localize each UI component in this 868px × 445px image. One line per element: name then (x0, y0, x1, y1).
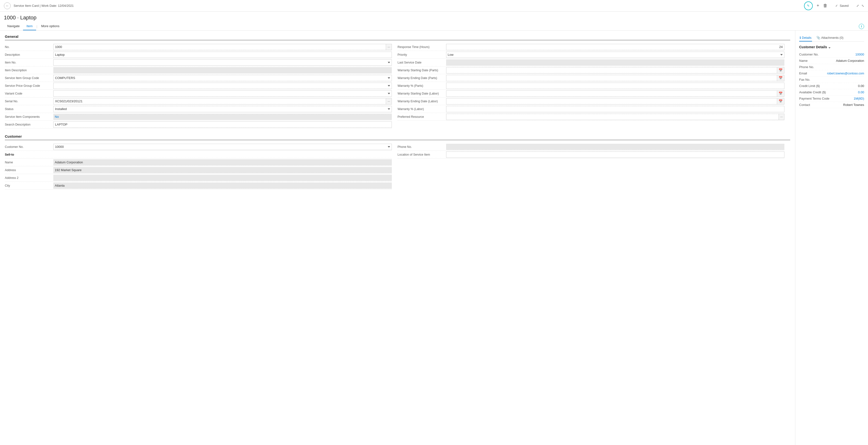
label-service-item-components: Service Item Components (5, 115, 53, 119)
input-warranty-pct-labor[interactable] (446, 106, 785, 112)
edit-button[interactable]: ✎ (804, 1, 813, 10)
calendar-btn-warranty-start-labor[interactable]: 📅 (777, 90, 784, 97)
details-icon: ℹ (800, 36, 801, 39)
general-section: General No. ··· Description (5, 34, 790, 128)
input-last-service-date (446, 59, 785, 66)
nav-tabs: Navigate Item | More options i (0, 21, 868, 31)
expand-icons[interactable]: ⤢ ⤡ (856, 4, 864, 7)
tab-more-options[interactable]: More options (38, 22, 63, 30)
sidebar-label-phone: Phone No. (799, 65, 814, 69)
label-warranty-start-labor: Warranty Starting Date (Labor) (398, 92, 446, 95)
sidebar-label-contact: Contact (799, 103, 810, 107)
value-no: ··· (53, 44, 392, 50)
value-service-price-group-code (53, 83, 392, 89)
value-customer-no: 10000 (53, 144, 392, 150)
no-ellipsis-btn[interactable]: ··· (386, 44, 392, 50)
sidebar-value-available-credit[interactable]: 0.00 (858, 90, 864, 94)
label-service-item-group-code: Service Item Group Code (5, 76, 53, 80)
sidebar-value-customer-no[interactable]: 10000 (856, 53, 864, 56)
sidebar-value-name: Adatum Corporation (836, 59, 864, 62)
label-sell-to: Sell-to (5, 153, 53, 156)
select-variant-code[interactable] (53, 90, 392, 97)
input-search-description[interactable] (53, 121, 392, 128)
calendar-btn-warranty-end-parts[interactable]: 📅 (777, 75, 784, 81)
value-address (53, 167, 392, 173)
sidebar-label-customer-no: Customer No. (799, 53, 818, 56)
label-response-time: Response Time (Hours) (398, 45, 446, 49)
field-warranty-end-labor: Warranty Ending Date (Labor) 📅 (398, 97, 785, 105)
value-preferred-resource: ··· (446, 114, 785, 120)
sidebar-value-email[interactable]: robert.townes@contoso.com (827, 72, 864, 75)
calendar-btn-warranty-start-parts[interactable]: 📅 (777, 67, 784, 73)
customer-form-grid: Customer No. 10000 Sell-to (5, 143, 790, 189)
field-response-time: Response Time (Hours) (398, 43, 785, 51)
preferred-resource-ellipsis-btn[interactable]: ··· (779, 114, 784, 120)
field-description: Description (5, 51, 392, 59)
sidebar-value-payment-terms[interactable]: 1M(8D) (854, 97, 864, 100)
top-bar: ← Service Item Card | Work Date: 12/04/2… (0, 0, 868, 12)
sidebar-label-email: Email (799, 71, 807, 75)
delete-button[interactable]: 🗑 (823, 3, 828, 8)
label-city: City (5, 184, 53, 187)
select-service-item-group-code[interactable]: COMPUTERS (53, 75, 392, 81)
value-search-description (53, 121, 392, 128)
tab-navigate[interactable]: Navigate (4, 22, 23, 30)
field-sell-to: Sell-to (5, 151, 392, 158)
add-button[interactable]: + (817, 3, 819, 8)
label-warranty-pct-labor: Warranty % (Labor) (398, 107, 446, 111)
input-description[interactable] (53, 52, 392, 58)
label-item-no: Item No. (5, 61, 53, 64)
input-serial-no[interactable] (53, 98, 386, 105)
label-address: Address (5, 169, 53, 172)
input-location-service-item[interactable] (446, 151, 785, 158)
value-warranty-end-labor: 📅 (446, 98, 785, 105)
select-priority[interactable]: Low (446, 52, 785, 58)
field-service-item-group-code: Service Item Group Code COMPUTERS (5, 74, 392, 82)
label-warranty-start-parts: Warranty Starting Date (Parts) (398, 68, 446, 72)
sidebar-field-phone: Phone No. (799, 64, 864, 70)
input-warranty-pct-parts[interactable] (446, 83, 785, 89)
input-response-time[interactable] (446, 44, 785, 50)
nav-divider: | (36, 25, 38, 28)
field-preferred-resource: Preferred Resource ··· (398, 113, 785, 121)
label-variant-code: Variant Code (5, 92, 53, 95)
page-title: 1000 · Laptop (0, 12, 868, 21)
label-serial-no: Serial No. (5, 99, 53, 103)
content-area: General No. ··· Description (0, 31, 795, 445)
value-item-no (53, 59, 392, 66)
tab-item[interactable]: Item (23, 22, 36, 30)
field-last-service-date: Last Service Date (398, 59, 785, 66)
sidebar-field-available-credit: Available Credit ($) 0.00 (799, 89, 864, 95)
value-location-service-item (446, 151, 785, 158)
input-warranty-start-parts[interactable] (446, 67, 777, 73)
input-warranty-end-parts[interactable] (446, 75, 777, 81)
input-warranty-start-labor[interactable] (446, 90, 777, 97)
general-section-header: General (5, 34, 790, 40)
field-phone-no: Phone No. (398, 143, 785, 151)
select-customer-no[interactable]: 10000 (53, 144, 392, 150)
input-preferred-resource[interactable] (446, 114, 779, 120)
expand-icon[interactable]: ⤢ (856, 4, 859, 7)
select-item-no[interactable] (53, 59, 392, 66)
sidebar-tabs: ℹ Details 📎 Attachments (0) (799, 34, 864, 42)
serial-no-ellipsis-btn[interactable]: ··· (386, 98, 392, 105)
info-icon[interactable]: i (859, 24, 864, 29)
value-response-time (446, 44, 785, 50)
calendar-btn-warranty-end-labor[interactable]: 📅 (777, 98, 784, 105)
input-warranty-end-labor[interactable] (446, 98, 777, 105)
back-button[interactable]: ← (4, 2, 11, 9)
general-form-grid: No. ··· Description (5, 43, 790, 128)
value-service-item-components (53, 114, 392, 120)
check-icon: ✓ (835, 4, 838, 7)
value-warranty-end-parts: 📅 (446, 75, 785, 81)
collapse-icon[interactable]: ⤡ (862, 4, 864, 7)
select-status[interactable]: Installed (53, 106, 392, 112)
label-warranty-end-parts: Warranty Ending Date (Parts) (398, 76, 446, 80)
label-name: Name (5, 161, 53, 164)
field-warranty-start-labor: Warranty Starting Date (Labor) 📅 (398, 90, 785, 97)
sidebar-tab-details[interactable]: ℹ Details (799, 34, 812, 41)
select-service-price-group-code[interactable] (53, 83, 392, 89)
field-service-item-components: Service Item Components (5, 113, 392, 121)
sidebar-tab-attachments[interactable]: 📎 Attachments (0) (816, 34, 844, 41)
input-no[interactable] (53, 44, 386, 50)
